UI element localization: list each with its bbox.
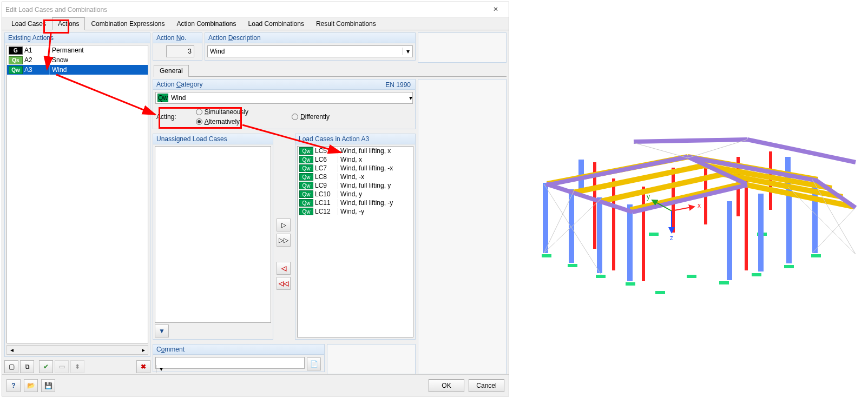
comment-pick-button[interactable]: 📄 (307, 357, 321, 370)
loadcase-id: LC10 (315, 190, 338, 198)
panel-existing-actions: Existing Actions GA1PermanentQsA2SnowQwA… (4, 32, 150, 374)
radio-differently[interactable]: Differently (292, 113, 330, 121)
tab-action-combinations[interactable]: Action Combinations (170, 17, 242, 30)
wind-badge-icon: Qw (299, 208, 313, 215)
tab-actions[interactable]: Actions (52, 17, 85, 30)
action-row-a1[interactable]: GA1Permanent (7, 45, 148, 55)
copy-action-button[interactable]: ⧉ (20, 360, 34, 373)
loadcase-row-lc7[interactable]: QwLC7Wind, full lifting, -x (298, 164, 413, 173)
svg-rect-9 (719, 281, 729, 284)
disabled-button-1: ▭ (55, 360, 69, 373)
tab-load-cases[interactable]: Load Cases (5, 17, 52, 30)
double-chevron-right-icon: ▷▷ (279, 236, 288, 244)
tab-load-combinations[interactable]: Load Combinations (242, 17, 310, 30)
acting-label: Acting: (156, 113, 176, 121)
svg-line-57 (672, 207, 694, 211)
axis-z-label: z (670, 234, 673, 242)
unassigned-label: Unassigned Load Cases (153, 134, 273, 144)
horizontal-scrollbar[interactable]: ◂▸ (6, 345, 148, 355)
tab-result-combinations[interactable]: Result Combinations (310, 17, 382, 30)
action-category-combo[interactable]: Qw Wind ▾ (155, 92, 413, 104)
svg-rect-12 (811, 254, 821, 257)
new-action-button[interactable]: ▢ (4, 360, 18, 373)
move-all-left-button[interactable]: ◁◁ (277, 277, 291, 290)
existing-actions-title: Existing Actions (5, 33, 150, 43)
dropdown-icon: ▾ (156, 365, 166, 373)
wind-badge-icon: Qw (299, 199, 313, 207)
tabstrip: Load CasesActionsCombination Expressions… (2, 17, 509, 30)
action-row-a2[interactable]: QsA2Snow (7, 55, 148, 65)
move-right-button[interactable]: ▷ (277, 218, 291, 231)
wind-badge-icon: Qw (157, 94, 168, 102)
svg-rect-4 (568, 264, 577, 267)
svg-rect-5 (596, 275, 606, 278)
action-desc-label: Action Description (205, 33, 415, 43)
comment-value (156, 357, 160, 365)
chevron-left-icon: ◁ (281, 264, 286, 272)
loadcase-row-lc6[interactable]: QwLC6Wind, x (298, 155, 413, 164)
move-all-right-button[interactable]: ▷▷ (277, 234, 291, 247)
comment-combo[interactable]: ▾ (155, 357, 305, 369)
assigned-label: Load Cases in Action A3 (295, 134, 415, 144)
help-icon: ? (11, 382, 15, 389)
unassigned-list[interactable] (155, 146, 271, 323)
loadcase-row-lc10[interactable]: QwLC10Wind, y (298, 190, 413, 198)
action-category-label: Action Category (153, 80, 415, 90)
existing-actions-list[interactable]: GA1PermanentQsA2SnowQwA3Wind (6, 45, 148, 343)
loadcase-id: LC11 (315, 199, 338, 207)
actions-toolbar: ▢ ⧉ ✔ ▭ ⬍ ✖ (4, 359, 150, 374)
move-buttons: ▷ ▷▷ ◁ ◁◁ (275, 134, 293, 342)
loadcase-row-lc11[interactable]: QwLC11Wind, full lifting, -y (298, 198, 413, 207)
pick-icon: 📄 (310, 360, 318, 368)
action-desc-combo[interactable]: Wind ▾ (207, 45, 413, 57)
loadcase-id: LC7 (315, 164, 338, 172)
loadcase-row-lc8[interactable]: QwLC8Wind, -x (298, 173, 413, 181)
tab-combination-expressions[interactable]: Combination Expressions (85, 17, 170, 30)
svg-rect-22 (727, 201, 732, 280)
filter-button[interactable]: ▼ (155, 324, 169, 337)
placeholder-panel-side (418, 79, 507, 374)
ok-button[interactable]: OK (429, 379, 464, 392)
loadcase-row-lc5[interactable]: QwLC5Wind, full lifting, x (298, 147, 413, 155)
dropdown-icon: ▾ (403, 48, 412, 55)
action-badge-icon: Qw (9, 66, 23, 74)
detail-tabs: General (154, 65, 507, 77)
disabled-button-2: ⬍ (70, 360, 84, 373)
loadcase-name: Wind, y (338, 190, 413, 198)
cancel-button[interactable]: Cancel (469, 379, 504, 392)
help-button[interactable]: ? (6, 379, 21, 392)
assigned-list[interactable]: QwLC5Wind, full lifting, xQwLC6Wind, xQw… (297, 146, 413, 337)
action-no-field[interactable] (166, 45, 194, 57)
loadcase-id: LC9 (315, 182, 338, 189)
loadcase-id: LC6 (315, 156, 338, 163)
delete-button[interactable]: ✖ (136, 360, 150, 373)
check-button[interactable]: ✔ (39, 360, 53, 373)
radio-simultaneously[interactable]: Simultaneously (196, 108, 248, 116)
panel-action-details: Action No. Action Description Wind ▾ Gen… (153, 32, 507, 374)
action-row-a3[interactable]: QwA3Wind (7, 65, 148, 75)
tab-general[interactable]: General (154, 65, 189, 77)
action-id: A1 (24, 47, 49, 54)
svg-rect-10 (752, 273, 761, 276)
radio-alternatively[interactable]: Alternatively (196, 118, 248, 125)
copy-icon: ⧉ (25, 363, 30, 370)
comment-label: Comment (153, 345, 324, 355)
move-left-button[interactable]: ◁ (277, 262, 291, 275)
model-viewport[interactable]: x y z (509, 0, 868, 404)
action-badge-icon: G (9, 47, 23, 55)
action-name: Snow (49, 55, 148, 65)
dropdown-icon: ▾ (409, 94, 412, 102)
svg-rect-17 (597, 197, 602, 273)
loadcase-row-lc12[interactable]: QwLC12Wind, -y (298, 207, 413, 216)
svg-line-56 (788, 187, 856, 254)
save-button[interactable]: 💾 (41, 379, 55, 392)
close-button[interactable]: ✕ (485, 2, 507, 16)
svg-line-46 (747, 140, 856, 162)
svg-rect-11 (784, 265, 794, 268)
open-button[interactable]: 📂 (24, 379, 38, 392)
delete-icon: ✖ (141, 363, 146, 370)
action-id: A2 (24, 56, 49, 64)
svg-rect-13 (649, 233, 659, 236)
loadcase-row-lc9[interactable]: QwLC9Wind, full lifting, y (298, 181, 413, 190)
disabled-icon: ▭ (59, 363, 65, 370)
